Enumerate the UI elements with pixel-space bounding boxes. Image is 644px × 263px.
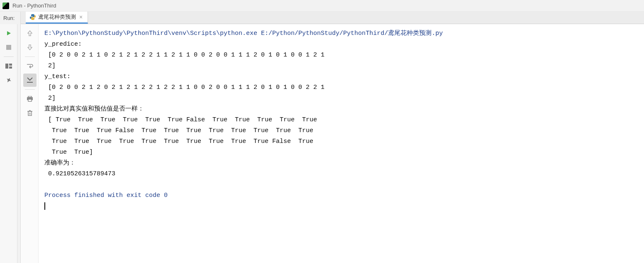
run-tab[interactable]: 鸢尾花种类预测 × [26, 12, 88, 24]
main-row: E:\Python\PythonStudy\PythonThird\venv\S… [21, 24, 644, 263]
pin-button[interactable] [2, 74, 15, 87]
close-icon[interactable]: × [78, 14, 83, 20]
exit-message: Process finished with exit code 0 [44, 192, 168, 199]
svg-rect-2 [9, 64, 12, 66]
title-bar: Run - PythonThird [0, 0, 644, 12]
tab-label: 鸢尾花种类预测 [38, 13, 76, 21]
console-toolbar-divider [25, 89, 35, 90]
rerun-button[interactable] [2, 27, 15, 40]
clear-all-button[interactable] [23, 106, 37, 120]
pycharm-icon [2, 2, 9, 9]
python-file-icon [30, 14, 36, 20]
run-label: Run: [2, 15, 19, 21]
print-button[interactable] [23, 92, 37, 106]
tool-window: Run: 鸢尾花种类预测 × [0, 12, 644, 263]
layout-button[interactable] [2, 59, 15, 73]
up-stack-button[interactable] [23, 27, 37, 40]
svg-rect-0 [6, 45, 11, 50]
scroll-to-end-button[interactable] [23, 74, 37, 87]
content-area: 鸢尾花种类预测 × [21, 12, 644, 263]
down-stack-button[interactable] [23, 41, 37, 54]
svg-rect-3 [9, 66, 12, 69]
svg-rect-7 [28, 99, 32, 101]
console-toolbar-divider [25, 57, 35, 57]
soft-wrap-button[interactable] [23, 59, 37, 73]
svg-rect-5 [28, 96, 32, 97]
window-title: Run - PythonThird [12, 2, 56, 9]
svg-rect-1 [5, 64, 8, 69]
toolbar-divider [4, 57, 14, 57]
cursor [44, 202, 45, 210]
run-toolbar [0, 24, 17, 263]
console-toolbar [21, 24, 39, 263]
console-output[interactable]: E:\Python\PythonStudy\PythonThird\venv\S… [39, 24, 644, 263]
stop-button[interactable] [2, 41, 15, 54]
tab-bar: 鸢尾花种类预测 × [21, 12, 644, 24]
command-line: E:\Python\PythonStudy\PythonThird\venv\S… [44, 30, 443, 37]
svg-rect-8 [28, 111, 32, 116]
